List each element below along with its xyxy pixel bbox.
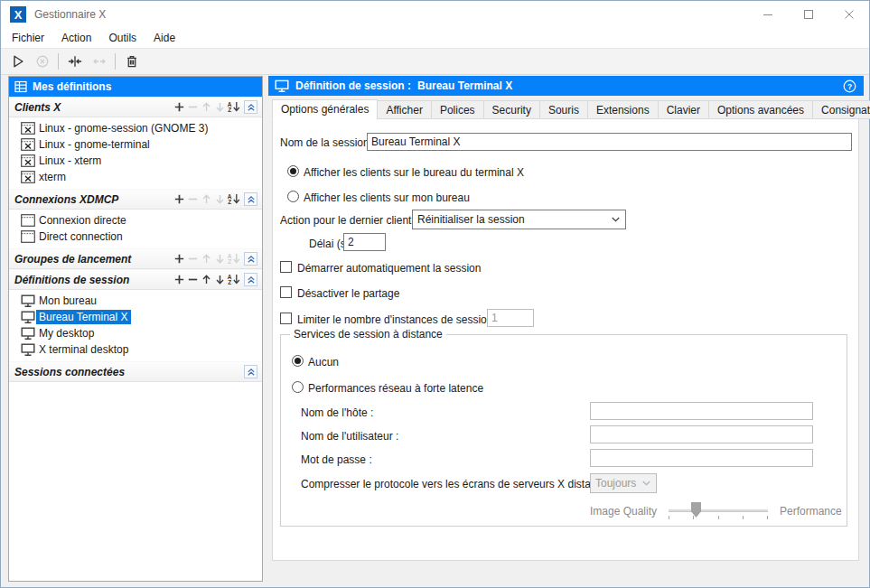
sort-button: AZ xyxy=(227,251,240,266)
tab-security[interactable]: Security xyxy=(483,100,540,119)
disable-sharing-checkbox[interactable] xyxy=(280,286,292,298)
plus-button[interactable] xyxy=(173,272,186,287)
window-icon xyxy=(21,214,35,228)
menu-item-action[interactable]: Action xyxy=(59,30,94,46)
tab-clavier[interactable]: Clavier xyxy=(658,100,709,119)
limit-instances-input xyxy=(487,309,534,327)
svg-text:Z: Z xyxy=(228,199,231,205)
delete-button[interactable] xyxy=(119,51,144,73)
tab-afficher[interactable]: Afficher xyxy=(377,100,431,119)
display-on-terminal-radio[interactable] xyxy=(287,165,299,177)
slider-tick xyxy=(743,516,744,519)
tab-extensions[interactable]: Extensions xyxy=(587,100,659,119)
minus-button xyxy=(186,191,200,207)
tab-strip: Options généralesAfficherPolicesSecurity… xyxy=(272,98,870,119)
definitions-icon xyxy=(14,80,27,93)
plus-button[interactable] xyxy=(173,191,186,207)
down-button xyxy=(213,191,227,207)
item-label: My desktop xyxy=(36,326,97,341)
menu-bar: FichierActionOutilsAide xyxy=(1,28,869,48)
sort-button[interactable]: AZ xyxy=(227,191,240,207)
menu-item-outils[interactable]: Outils xyxy=(106,30,139,46)
section-header-clients-x: Clients XAZ xyxy=(9,97,262,117)
sort-button[interactable]: AZ xyxy=(227,99,240,115)
item-label: Linux - xterm xyxy=(36,154,104,168)
sort-button[interactable]: AZ xyxy=(227,272,240,287)
autostart-label: Démarrer automatiquement la session xyxy=(297,262,481,275)
connect-button[interactable] xyxy=(62,51,87,73)
item-label: Bureau Terminal X xyxy=(36,310,131,324)
collapse-section-button[interactable] xyxy=(244,252,257,266)
limit-instances-checkbox[interactable] xyxy=(280,313,292,324)
window-icon xyxy=(21,230,35,244)
plus-button[interactable] xyxy=(173,99,186,115)
limit-instances-label: Limiter le nombre d'instances de session… xyxy=(297,313,501,326)
collapse-section-button[interactable] xyxy=(244,192,257,206)
display-on-my-desktop-label: Afficher les clients sur mon bureau xyxy=(304,191,470,204)
menu-item-aide[interactable]: Aide xyxy=(151,30,178,46)
tab-souris[interactable]: Souris xyxy=(539,100,588,119)
delay-input[interactable] xyxy=(343,233,386,251)
content-area: Mes définitions Clients XAZLinux - gnome… xyxy=(1,74,869,587)
slider-tick xyxy=(767,516,768,519)
tab-consignation[interactable]: Consignation xyxy=(812,100,870,119)
session-name-input[interactable] xyxy=(367,133,852,151)
xclient-icon xyxy=(21,154,35,168)
display-on-my-desktop-radio[interactable] xyxy=(287,191,299,202)
run-button[interactable] xyxy=(5,51,30,73)
disable-sharing-label: Désactiver le partage xyxy=(297,287,399,300)
quality-slider-track[interactable] xyxy=(669,509,768,512)
collapse-section-button[interactable] xyxy=(244,273,257,286)
tab-polices[interactable]: Polices xyxy=(431,100,484,119)
sidebar-item[interactable]: Linux - gnome-session (GNOME 3) xyxy=(9,120,262,136)
minus-button[interactable] xyxy=(186,272,200,287)
definitions-panel: Mes définitions Clients XAZLinux - gnome… xyxy=(8,76,263,582)
sidebar-item[interactable]: Bureau Terminal X xyxy=(9,309,262,325)
sidebar-item[interactable]: Linux - gnome-terminal xyxy=(9,136,262,153)
xclient-icon xyxy=(21,138,35,152)
svg-text:Z: Z xyxy=(228,107,231,113)
section-title: Définitions de session xyxy=(14,274,173,286)
section-items: Linux - gnome-session (GNOME 3)Linux - g… xyxy=(9,117,262,189)
tab-options-avanc-es[interactable]: Options avancées xyxy=(708,100,813,119)
last-client-action-select[interactable]: Réinitialiser la session xyxy=(412,210,626,229)
definitions-panel-title: Mes définitions xyxy=(33,80,111,93)
remote-none-radio[interactable] xyxy=(292,355,304,367)
remote-none-label: Aucun xyxy=(308,356,339,369)
up-button[interactable] xyxy=(200,272,213,287)
session-definition-panel: Définition de session : Bureau Terminal … xyxy=(268,76,864,583)
section-items: Mon bureauBureau Terminal XMy desktopX t… xyxy=(9,290,262,361)
sidebar-item[interactable]: My desktop xyxy=(9,325,262,341)
section-title: Sessions connectées xyxy=(14,366,240,378)
sidebar-item[interactable]: xterm xyxy=(9,169,262,185)
session-definition-title-label: Définition de session : xyxy=(295,79,411,92)
minimize-icon[interactable] xyxy=(747,1,788,28)
remote-latency-label: Performances réseau à forte latence xyxy=(308,382,483,395)
sidebar-item[interactable]: Linux - xterm xyxy=(9,153,262,169)
section-header-sessions-connect-es: Sessions connectées xyxy=(9,361,262,382)
xclient-icon xyxy=(21,122,35,135)
tab-options-g-n-rales[interactable]: Options générales xyxy=(272,99,378,120)
sidebar-item[interactable]: Mon bureau xyxy=(9,293,262,309)
collapse-section-button[interactable] xyxy=(244,100,257,114)
item-label: Linux - gnome-terminal xyxy=(36,137,153,152)
close-icon[interactable] xyxy=(828,1,869,28)
menu-item-fichier[interactable]: Fichier xyxy=(9,30,47,46)
xclient-icon xyxy=(21,171,35,184)
sidebar-item[interactable]: Direct connection xyxy=(9,229,262,245)
up-button xyxy=(200,99,213,115)
sidebar-item[interactable]: Connexion directe xyxy=(9,212,262,229)
up-button xyxy=(200,191,213,207)
autostart-checkbox[interactable] xyxy=(280,261,292,273)
monitor-icon xyxy=(21,327,35,341)
compress-protocol-label: Compresser le protocole vers les écrans … xyxy=(301,478,611,490)
stop-button xyxy=(30,51,54,73)
maximize-icon[interactable] xyxy=(788,1,828,28)
toolbar-separator xyxy=(58,53,59,70)
help-icon[interactable]: ? xyxy=(843,79,856,93)
plus-button[interactable] xyxy=(173,251,186,266)
collapse-section-button[interactable] xyxy=(244,365,257,378)
remote-latency-radio[interactable] xyxy=(292,381,304,393)
down-button[interactable] xyxy=(213,272,227,287)
sidebar-item[interactable]: X terminal desktop xyxy=(9,341,262,358)
